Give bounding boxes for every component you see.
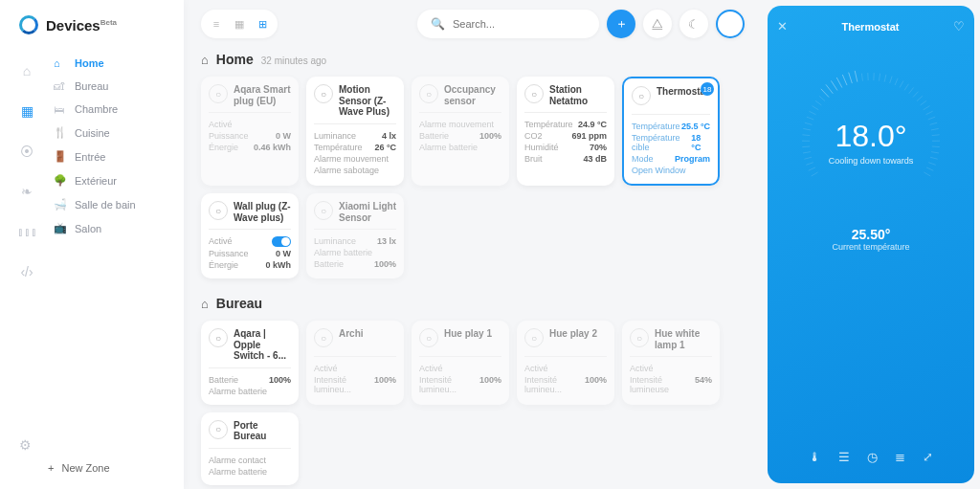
device-card[interactable]: ○Wall plug (Z-Wave plus)ActivéPuissance0…: [201, 193, 299, 278]
main-area: ≡ ▦ ⊞ 🔍 ＋ ⧋ ☾ ⌂Home32 minutes ago○Aqara …: [184, 0, 762, 489]
svg-line-26: [884, 75, 886, 82]
svg-line-13: [815, 100, 821, 105]
device-icon: ○: [314, 201, 333, 220]
device-icon: ○: [419, 84, 438, 103]
device-title: Aqara | Opple Switch - 6...: [234, 328, 291, 362]
brand-title: DevicesBeta: [46, 17, 117, 33]
nav-home-icon[interactable]: ⌂: [13, 57, 40, 84]
device-card[interactable]: 18○ThermostatTempérature25.5 °CTempératu…: [622, 77, 720, 186]
view-small-grid-icon[interactable]: ▦: [228, 13, 251, 34]
device-card[interactable]: ○Hue white lamp 1ActivéIntensité lumineu…: [622, 321, 720, 405]
svg-line-22: [861, 74, 862, 81]
svg-line-19: [842, 75, 847, 85]
device-title: Hue play 1: [444, 328, 492, 340]
door-icon: 🚪: [54, 150, 67, 163]
device-metric-row: Luminance13 lx: [314, 235, 396, 247]
nav-eco-icon[interactable]: ❧: [13, 178, 40, 205]
svg-line-20: [849, 73, 853, 83]
device-title: Hue play 2: [549, 328, 597, 340]
thermostat-dial[interactable]: 18.0° Cooling down towards: [799, 70, 943, 213]
zone-label: Cuisine: [75, 127, 110, 139]
svg-line-12: [812, 106, 818, 110]
device-title: Hue white lamp 1: [655, 328, 712, 350]
add-button[interactable]: ＋: [607, 10, 635, 38]
close-icon[interactable]: ✕: [777, 19, 788, 33]
sidebar-zone-bureau[interactable]: 🛋Bureau: [46, 75, 176, 98]
device-metric-row: Puissance0 W: [209, 248, 291, 259]
device-title: Xiaomi Light Sensor: [339, 201, 396, 223]
device-card[interactable]: ○Porte BureauAlarme contactAlarme batter…: [201, 412, 299, 485]
svg-line-17: [831, 80, 837, 90]
topbar: ≡ ▦ ⊞ 🔍 ＋ ⧋ ☾: [201, 10, 745, 38]
view-large-grid-icon[interactable]: ⊞: [251, 13, 274, 34]
device-metric-row: Activé: [630, 363, 712, 374]
sidebar-zone-cuisine[interactable]: 🍴Cuisine: [46, 121, 176, 144]
sidebar: DevicesBeta ⌂ ▦ ⦿ ❧ ⫾⫾⫾ ‹/› ⌂Home🛋Bureau…: [0, 0, 184, 489]
device-title: Motion Sensor (Z-Wave Plus): [339, 84, 396, 118]
nav-grid-icon[interactable]: ▦: [13, 98, 40, 124]
device-card[interactable]: ○Xiaomi Light SensorLuminance13 lxAlarme…: [306, 193, 404, 278]
profile-ring-icon[interactable]: [716, 10, 745, 38]
svg-line-29: [900, 80, 903, 87]
thermometer-icon[interactable]: 🌡: [809, 450, 821, 464]
nav-stats-icon[interactable]: ⫾⫾⫾: [13, 218, 40, 245]
search-input[interactable]: [453, 18, 586, 30]
new-zone-label: New Zone: [61, 462, 109, 474]
moon-icon[interactable]: ☾: [679, 10, 708, 38]
search-box[interactable]: 🔍: [417, 10, 599, 38]
device-card[interactable]: ○Aqara Smart plug (EU)ActivéPuissance0 W…: [201, 77, 299, 186]
nav-power-icon[interactable]: ⦿: [13, 138, 40, 165]
sidebar-zone-entrée[interactable]: 🚪Entrée: [46, 144, 176, 168]
sidebar-zone-extérieur[interactable]: 🌳Extérieur: [46, 168, 176, 192]
device-card[interactable]: ○Aqara | Opple Switch - 6...Batterie100%…: [201, 321, 299, 405]
nav-code-icon[interactable]: ‹/›: [13, 258, 40, 285]
heart-icon[interactable]: ♡: [953, 19, 965, 33]
device-metric-row: Batterie100%: [314, 258, 396, 270]
new-zone-button[interactable]: + New Zone: [19, 462, 165, 474]
svg-line-11: [809, 111, 815, 115]
zone-list: ⌂Home🛋Bureau🛏Chambre🍴Cuisine🚪Entrée🌳Exté…: [46, 52, 184, 285]
sliders-icon[interactable]: ≣: [895, 450, 905, 464]
settings-icon[interactable]: ⚙: [19, 437, 165, 453]
svg-line-44: [930, 157, 938, 159]
device-icon: ○: [314, 328, 333, 347]
device-metric-row: Batterie100%: [419, 130, 501, 142]
list-icon[interactable]: ☰: [838, 450, 850, 464]
svg-line-45: [928, 163, 936, 166]
sidebar-zone-salon[interactable]: 📺Salon: [46, 216, 176, 240]
device-title: Wall plug (Z-Wave plus): [234, 201, 291, 223]
device-icon: ○: [209, 84, 228, 103]
svg-line-36: [925, 111, 932, 115]
svg-line-9: [805, 122, 813, 124]
couch-icon: 🛋: [54, 80, 67, 92]
view-list-icon[interactable]: ≡: [205, 13, 228, 34]
expand-icon[interactable]: ⤢: [923, 450, 933, 464]
device-metric-row: Activé: [209, 235, 291, 248]
device-title: Occupancy sensor: [444, 84, 501, 106]
device-metric-row: CO2691 ppm: [524, 130, 607, 142]
device-metric-row: Batterie100%: [209, 374, 291, 386]
device-card[interactable]: ○Occupancy sensorAlarme mouvementBatteri…: [412, 77, 509, 186]
section-subtitle: 32 minutes ago: [261, 56, 326, 66]
svg-line-46: [926, 167, 933, 170]
device-card[interactable]: ○Hue play 1ActivéIntensité lumineu...100…: [412, 321, 509, 405]
thermostat-panel: ✕ Thermostat ♡ 18.0° Cooling down toward…: [768, 6, 974, 483]
svg-line-5: [802, 146, 810, 147]
device-card[interactable]: ○Hue play 2ActivéIntensité lumineu...100…: [517, 321, 614, 405]
sidebar-zone-chambre[interactable]: 🛏Chambre: [46, 98, 176, 121]
svg-line-33: [917, 96, 923, 100]
zone-label: Home: [75, 57, 104, 69]
device-card[interactable]: ○Station NetatmoTempérature24.9 °CCO2691…: [517, 77, 614, 186]
device-card[interactable]: ○Motion Sensor (Z-Wave Plus)Luminance4 l…: [306, 77, 404, 186]
toggle-switch[interactable]: [272, 236, 291, 247]
device-metric-row: Humidité70%: [524, 142, 607, 153]
gauge-icon[interactable]: ◷: [867, 450, 878, 464]
nav-iconstrip: ⌂ ▦ ⦿ ❧ ⫾⫾⫾ ‹/›: [0, 52, 46, 285]
tree-icon[interactable]: ⧋: [643, 10, 672, 38]
sidebar-zone-home[interactable]: ⌂Home: [46, 52, 176, 75]
device-metric-row: Alarme contact: [209, 455, 291, 466]
device-metric-row: Énergie0.46 kWh: [209, 142, 291, 153]
sidebar-zone-salle-de-bain[interactable]: 🛁Salle de bain: [46, 192, 176, 216]
device-card[interactable]: ○ArchiActivéIntensité lumineu...100%: [306, 321, 404, 405]
svg-line-35: [924, 106, 930, 110]
